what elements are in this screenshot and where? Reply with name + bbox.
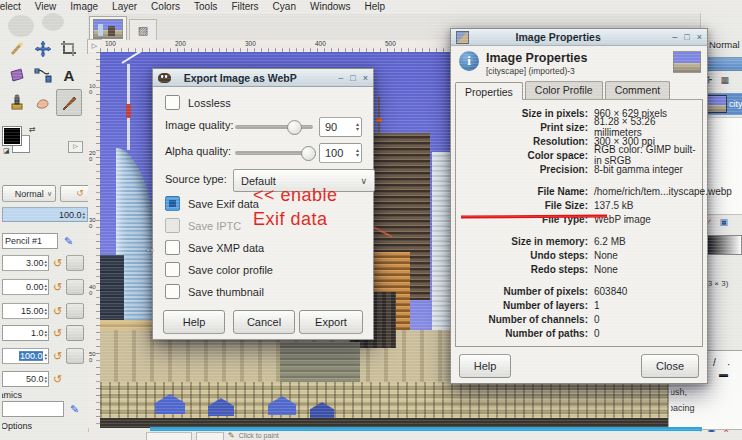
prop-value: 0 — [594, 314, 600, 325]
paint-mode-select[interactable]: Normal ∨ — [2, 185, 56, 202]
dynamics-input[interactable] — [2, 401, 64, 417]
force-spinbox[interactable]: 50.0 ▴▾ — [2, 371, 49, 387]
link-size-button[interactable] — [66, 255, 84, 271]
menu-item-tools[interactable]: Tools — [194, 1, 217, 12]
paths-tool-icon[interactable] — [30, 62, 56, 89]
menu-item-cyan[interactable]: Cyan — [273, 1, 296, 12]
lossless-checkbox[interactable] — [165, 95, 180, 110]
reset-force-icon[interactable]: ↺ — [53, 374, 62, 385]
color-swatch-area: ⇄ ◪ — [3, 125, 43, 157]
export-button[interactable]: Export — [299, 310, 363, 334]
lock-alpha-icon[interactable]: ▦ — [721, 75, 730, 85]
prop-value: 1 — [594, 300, 600, 311]
document-icon[interactable]: ▣ — [720, 217, 729, 227]
brush-input[interactable]: Pencil #1 — [2, 233, 58, 249]
link-angle-button[interactable] — [66, 303, 84, 319]
reset-aspect-icon[interactable]: ↺ — [53, 282, 62, 293]
export-dialog-titlebar[interactable]: Export Image as WebP – □ × — [153, 69, 373, 87]
close-icon[interactable]: × — [363, 73, 368, 83]
angle-spinbox[interactable]: 15.00 ▴▾ — [2, 303, 49, 319]
prop-label: Size in memory: — [456, 236, 588, 247]
gradient-swatch[interactable] — [704, 235, 742, 255]
reset-size-icon[interactable]: ↺ — [53, 258, 62, 269]
swap-colors-icon[interactable]: ⇄ — [29, 125, 36, 134]
save-color-profile-checkbox[interactable] — [165, 262, 180, 277]
layer-mode-select[interactable]: Normal — [709, 39, 740, 50]
spacing-spinbox[interactable]: 1.0 ▴▾ — [2, 325, 49, 341]
menu-item-colors[interactable]: Colors — [151, 1, 180, 12]
menu-item-help[interactable]: Help — [365, 1, 386, 12]
save-thumbnail-row[interactable]: Save thumbnail — [165, 284, 264, 299]
move-tool-icon[interactable] — [30, 35, 56, 62]
close-button[interactable]: Close — [641, 354, 699, 378]
close-icon[interactable]: × — [697, 32, 702, 42]
menu-item-select[interactable]: Select — [0, 1, 21, 12]
crop-tool-icon[interactable] — [56, 35, 82, 62]
minimize-icon[interactable]: – — [338, 73, 343, 83]
layer-row-cityscape[interactable]: cityscape — [703, 93, 742, 115]
layer-list-area[interactable] — [703, 117, 742, 215]
foreground-color-swatch[interactable] — [3, 127, 21, 145]
image-tab-empty[interactable]: ▨ — [129, 19, 157, 41]
dock-menu-icon[interactable]: ▷ — [68, 141, 83, 153]
unit-select[interactable] — [196, 432, 224, 440]
image-quality-slider[interactable] — [235, 125, 313, 129]
tab-color-profile[interactable]: Color Profile — [525, 81, 603, 99]
link-aspect-button[interactable] — [66, 279, 84, 295]
link-hardness-button[interactable] — [66, 348, 84, 364]
maximize-icon[interactable]: □ — [684, 32, 689, 42]
menu-item-filters[interactable]: Filters — [231, 1, 258, 12]
fuzzy-select-tool-icon[interactable] — [4, 35, 30, 62]
save-exif-checkbox[interactable] — [165, 196, 180, 211]
shear-tool-icon[interactable] — [4, 62, 30, 89]
save-xmp-row[interactable]: Save XMP data — [165, 240, 264, 255]
reset-angle-icon[interactable]: ↺ — [53, 306, 62, 317]
brush-size-spinbox[interactable]: 3.00 ▴▾ — [2, 255, 49, 271]
brush-slash-glyph[interactable]: / — [713, 357, 716, 368]
menu-item-image[interactable]: Image — [70, 1, 98, 12]
cancel-button[interactable]: Cancel — [233, 310, 295, 334]
properties-dialog-title: Image Properties — [516, 31, 601, 43]
edit-brush-icon[interactable]: ✎ — [64, 235, 73, 248]
maximize-icon[interactable]: □ — [350, 73, 355, 83]
prop-label: Number of pixels: — [456, 286, 588, 297]
minimize-icon[interactable]: – — [672, 32, 677, 42]
hardness-value: 100.0 — [19, 351, 44, 361]
clone-tool-icon[interactable] — [4, 89, 30, 116]
prop-label: Number of paths: — [456, 328, 588, 339]
prop-label: Color space: — [456, 150, 588, 161]
opacity-slider[interactable]: 100.0 ▴▾ — [2, 207, 88, 222]
image-quality-spinbox[interactable]: 90 ▴▾ — [319, 117, 362, 137]
save-thumbnail-checkbox[interactable] — [165, 284, 180, 299]
layer-opacity-slider[interactable] — [703, 57, 742, 71]
paintbrush-tool-icon[interactable] — [56, 89, 82, 116]
menu-item-view[interactable]: View — [35, 1, 57, 12]
save-exif-row[interactable]: Save Exif data — [165, 196, 259, 211]
image-tab-cityscape[interactable] — [89, 16, 127, 41]
smudge-tool-icon[interactable] — [30, 89, 56, 116]
tab-comment[interactable]: Comment — [605, 81, 671, 99]
menu-item-windows[interactable]: Windows — [310, 1, 351, 12]
edit-dynamics-icon[interactable]: ✎ — [70, 403, 79, 416]
save-color-profile-row[interactable]: Save color profile — [165, 262, 273, 277]
spinner-down-icon[interactable]: ▾ — [82, 215, 85, 219]
help-button[interactable]: Help — [163, 310, 225, 334]
alpha-quality-slider[interactable] — [235, 151, 313, 155]
reset-spacing-icon[interactable]: ↺ — [53, 328, 62, 339]
link-spacing-button[interactable] — [66, 325, 84, 341]
save-xmp-checkbox[interactable] — [165, 240, 180, 255]
default-colors-icon[interactable]: ◪ — [3, 147, 10, 155]
save-exif-label: Save Exif data — [188, 198, 259, 210]
alpha-quality-spinbox[interactable]: 100 ▴▾ — [319, 143, 362, 163]
brush-bar-glyph[interactable]: ▬ — [719, 369, 728, 379]
lossless-checkbox-row[interactable]: Lossless — [165, 95, 231, 110]
help-button[interactable]: Help — [459, 354, 511, 378]
properties-dialog-titlebar[interactable]: Image Properties – □ × — [451, 29, 707, 46]
aspect-ratio-spinbox[interactable]: 0.00 ▴▾ — [2, 279, 49, 295]
text-tool-icon[interactable]: A — [56, 62, 82, 89]
reset-hardness-icon[interactable]: ↺ — [53, 351, 62, 362]
menu-item-layer[interactable]: Layer — [112, 1, 137, 12]
h-ruler-label: 200 — [175, 40, 186, 47]
hardness-spinbox[interactable]: 100.0 ▴▾ — [2, 348, 49, 364]
tab-properties[interactable]: Properties — [455, 82, 523, 100]
